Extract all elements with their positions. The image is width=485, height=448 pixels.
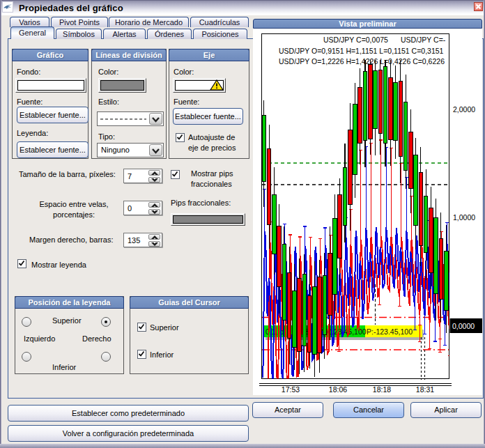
svg-text:0,0000: 0,0000: [452, 322, 475, 330]
svg-text:USD/JPY O=1,2226 H=1,4226 L=0,: USD/JPY O=1,2226 H=1,4226 L=0,4226 C=0,6…: [279, 57, 445, 65]
svg-text:18:18: 18:18: [373, 385, 391, 394]
svg-text:P:-123.45,100: P:-123.45,100: [367, 327, 413, 336]
svg-text:1,0000: 1,0000: [453, 213, 475, 222]
svg-text:USD/JPY C=0,0075: USD/JPY C=0,0075: [323, 36, 388, 44]
svg-text:17:53: 17:53: [282, 385, 300, 394]
svg-text:USD/JPY O=0,9151 H=1,1151 L=0,: USD/JPY O=0,9151 H=1,1151 L=0,1151 C=0,3…: [279, 47, 444, 55]
svg-text:USD/JPY C=-: USD/JPY C=-: [401, 36, 446, 44]
svg-text:18:06: 18:06: [329, 385, 347, 394]
svg-text:2,0000: 2,0000: [453, 105, 475, 114]
svg-text:18:31: 18:31: [416, 385, 434, 394]
